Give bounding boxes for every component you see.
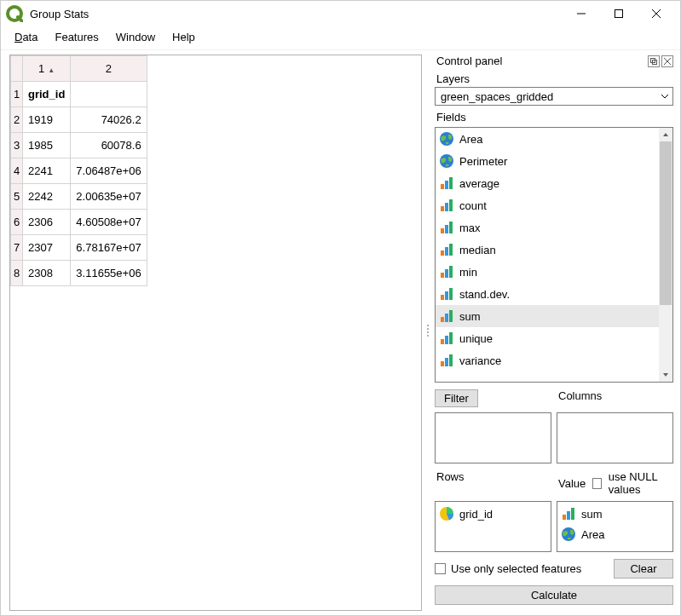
field-item-label: median bbox=[459, 244, 496, 256]
pane-splitter[interactable] bbox=[425, 50, 430, 615]
field-item-median[interactable]: median bbox=[436, 239, 659, 261]
table-cell[interactable]: 1919 bbox=[23, 107, 71, 133]
table-cell[interactable]: 2307 bbox=[23, 235, 71, 261]
table-cell[interactable]: 7.06487e+06 bbox=[71, 158, 147, 184]
menu-features[interactable]: Features bbox=[46, 29, 107, 45]
table-cell[interactable]: 2241 bbox=[23, 158, 71, 184]
table-row[interactable]: 2191974026.2 bbox=[11, 107, 147, 133]
field-item-label: unique bbox=[459, 332, 493, 345]
dock-close-button[interactable] bbox=[661, 55, 673, 67]
sort-asc-icon: ▲ bbox=[48, 66, 55, 74]
fields-list[interactable]: AreaPerimeteraveragecountmaxmedianminsta… bbox=[436, 128, 659, 382]
table-cell[interactable]: 2242 bbox=[23, 184, 71, 210]
field-item-perimeter[interactable]: Perimeter bbox=[436, 150, 659, 172]
globe-icon bbox=[561, 527, 576, 542]
value-item-area[interactable]: Area bbox=[559, 524, 671, 544]
results-table[interactable]: 1▲ 2 1grid_id2191974026.23198560078.6422… bbox=[9, 55, 422, 611]
scroll-thumb[interactable] bbox=[660, 141, 672, 305]
value-zone[interactable]: sumArea bbox=[557, 501, 673, 552]
table-row-header[interactable]: 5 bbox=[11, 184, 23, 210]
field-item-label: Area bbox=[459, 133, 482, 146]
field-item-area[interactable]: Area bbox=[436, 128, 659, 150]
table-row[interactable]: 723076.78167e+07 bbox=[11, 235, 147, 261]
rows-label: Rows bbox=[435, 470, 551, 496]
close-button[interactable] bbox=[638, 2, 675, 26]
table-cell[interactable]: 6.78167e+07 bbox=[71, 235, 147, 261]
field-item-count[interactable]: count bbox=[436, 194, 659, 216]
bars-icon bbox=[561, 506, 576, 521]
table-cell[interactable]: 2308 bbox=[23, 261, 71, 286]
table-row[interactable]: 623064.60508e+07 bbox=[11, 210, 147, 235]
layers-select[interactable]: green_spaces_gridded bbox=[435, 87, 673, 106]
minimize-button[interactable] bbox=[563, 2, 600, 26]
bars-icon bbox=[439, 242, 454, 257]
table-cell[interactable]: 1985 bbox=[23, 133, 71, 158]
table-cell[interactable]: 2.00635e+07 bbox=[71, 184, 147, 210]
table-cell[interactable]: 74026.2 bbox=[71, 107, 147, 133]
use-selected-label: Use only selected features bbox=[451, 562, 581, 575]
window-title: Group Stats bbox=[30, 8, 563, 20]
calculate-button[interactable]: Calculate bbox=[435, 585, 673, 605]
scroll-down-button[interactable] bbox=[659, 368, 672, 382]
chevron-down-icon bbox=[661, 92, 669, 101]
table-col-header-1[interactable]: 1▲ bbox=[23, 56, 71, 82]
scroll-up-button[interactable] bbox=[659, 128, 672, 141]
maximize-button[interactable] bbox=[600, 2, 638, 26]
menu-window[interactable]: Window bbox=[107, 29, 164, 45]
field-item-sum[interactable]: sum bbox=[436, 305, 659, 327]
table-row[interactable]: 823083.11655e+06 bbox=[11, 261, 147, 286]
bars-icon bbox=[439, 308, 454, 324]
field-item-label: stand.dev. bbox=[459, 288, 510, 301]
fields-scrollbar[interactable] bbox=[659, 128, 672, 382]
rows-item-grid_id[interactable]: grid_id bbox=[437, 504, 549, 524]
bars-icon bbox=[439, 220, 454, 235]
table-cell[interactable]: 3.11655e+06 bbox=[71, 261, 147, 286]
menu-help[interactable]: Help bbox=[164, 29, 204, 45]
table-cell[interactable] bbox=[71, 82, 147, 107]
field-item-label: average bbox=[459, 177, 499, 190]
field-item-standdev[interactable]: stand.dev. bbox=[436, 283, 659, 305]
table-row-header[interactable]: 1 bbox=[11, 82, 23, 107]
table-row[interactable]: 522422.00635e+07 bbox=[11, 184, 147, 210]
rows-zone[interactable]: grid_id bbox=[435, 501, 551, 552]
columns-zone[interactable] bbox=[557, 412, 673, 463]
table-row-header[interactable]: 6 bbox=[11, 210, 23, 235]
dock-float-button[interactable] bbox=[648, 55, 660, 67]
menu-data[interactable]: Data bbox=[6, 29, 46, 45]
field-item-min[interactable]: min bbox=[436, 261, 659, 283]
table-cell[interactable]: 60078.6 bbox=[71, 133, 147, 158]
table-row[interactable]: 422417.06487e+06 bbox=[11, 158, 147, 184]
bars-icon bbox=[439, 353, 454, 368]
bars-icon bbox=[439, 264, 454, 279]
field-item-variance[interactable]: variance bbox=[436, 349, 659, 371]
table-row-header[interactable]: 7 bbox=[11, 235, 23, 261]
field-item-max[interactable]: max bbox=[436, 216, 659, 239]
scroll-track[interactable] bbox=[659, 141, 672, 368]
table-corner[interactable] bbox=[11, 56, 23, 82]
table-row-header[interactable]: 8 bbox=[11, 261, 23, 286]
table-row-header[interactable]: 4 bbox=[11, 158, 23, 184]
value-item-sum[interactable]: sum bbox=[559, 504, 671, 524]
grid-id-header-cell[interactable]: grid_id bbox=[23, 82, 71, 107]
use-null-checkbox[interactable] bbox=[592, 478, 602, 489]
fields-label: Fields bbox=[436, 111, 673, 124]
field-item-label: min bbox=[459, 266, 477, 279]
table-row-header[interactable]: 3 bbox=[11, 133, 23, 158]
field-item-unique[interactable]: unique bbox=[436, 327, 659, 349]
bars-icon bbox=[439, 176, 454, 191]
filter-zone[interactable] bbox=[435, 412, 551, 463]
field-item-label: sum bbox=[459, 310, 481, 323]
use-selected-checkbox[interactable] bbox=[435, 563, 446, 574]
titlebar: Group Stats bbox=[1, 1, 680, 26]
field-item-label: Perimeter bbox=[459, 155, 507, 168]
filter-button[interactable]: Filter bbox=[435, 389, 478, 407]
field-item-average[interactable]: average bbox=[436, 172, 659, 194]
clear-button[interactable]: Clear bbox=[614, 559, 673, 579]
use-null-label: use NULL values bbox=[609, 470, 673, 496]
table-row-header[interactable]: 2 bbox=[11, 107, 23, 133]
table-cell[interactable]: 2306 bbox=[23, 210, 71, 235]
table-col-header-2[interactable]: 2 bbox=[71, 56, 147, 82]
menubar: Data Features Window Help bbox=[1, 26, 680, 50]
table-row[interactable]: 3198560078.6 bbox=[11, 133, 147, 158]
table-cell[interactable]: 4.60508e+07 bbox=[71, 210, 147, 235]
